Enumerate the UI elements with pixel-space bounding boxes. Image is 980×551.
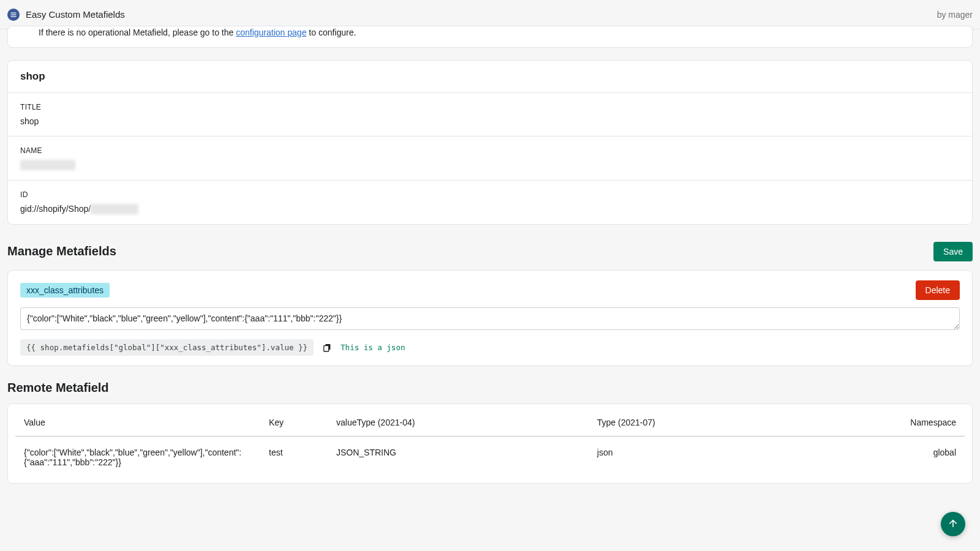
shop-card-heading: shop xyxy=(8,61,972,93)
metafield-card-bottom: {{ shop.metafields["global"]["xxx_class_… xyxy=(20,339,960,356)
configuration-link[interactable]: configuration page xyxy=(236,28,306,37)
shop-card: shop TITLE shop NAME redacted-shop ID gi… xyxy=(7,60,973,225)
config-notice: If there is no operational Metafield, pl… xyxy=(7,26,973,48)
redacted-id: 0000000000 xyxy=(91,204,138,214)
manage-section-header: Manage Metafields Save xyxy=(7,242,973,261)
delete-button[interactable]: Delete xyxy=(916,280,960,300)
manage-title: Manage Metafields xyxy=(7,244,116,258)
metafield-key-chip[interactable]: xxx_class_attributes xyxy=(20,283,110,298)
cell-valuetype: JSON_STRING xyxy=(328,437,589,479)
table-row: {"color":["White","black","blue","green"… xyxy=(15,437,965,479)
arrow-up-icon xyxy=(948,518,959,531)
cell-namespace: global xyxy=(793,437,965,479)
json-type-hint: This is a json xyxy=(341,343,405,352)
remote-table: Value Key valueType (2021-04) Type (2021… xyxy=(15,408,965,478)
save-button[interactable]: Save xyxy=(933,242,973,261)
top-bar: Easy Custom Metafields by mager xyxy=(0,0,980,29)
scroll-top-button[interactable] xyxy=(941,512,965,536)
cell-key: test xyxy=(260,437,328,479)
shop-id-block: ID gid://shopify/Shop/0000000000 xyxy=(8,181,972,224)
col-key: Key xyxy=(260,408,328,437)
shop-title-label: TITLE xyxy=(20,103,960,111)
metafield-value-input[interactable] xyxy=(20,307,960,331)
remote-section-header: Remote Metafield xyxy=(7,381,973,395)
cell-value: {"color":["White","black","blue","green"… xyxy=(15,437,260,479)
metafield-card: xxx_class_attributes Delete {{ shop.meta… xyxy=(7,270,973,367)
remote-table-card: Value Key valueType (2021-04) Type (2021… xyxy=(7,403,973,484)
col-namespace: Namespace xyxy=(793,408,965,437)
metafield-card-top: xxx_class_attributes Delete xyxy=(20,280,960,300)
remote-title: Remote Metafield xyxy=(7,381,109,395)
col-valuetype: valueType (2021-04) xyxy=(328,408,589,437)
svg-rect-1 xyxy=(324,345,329,351)
copy-icon[interactable] xyxy=(322,343,332,353)
config-notice-text: If there is no operational Metafield, pl… xyxy=(39,28,941,37)
top-bar-left: Easy Custom Metafields xyxy=(7,9,125,21)
col-value: Value xyxy=(15,408,260,437)
app-byline: by mager xyxy=(937,10,973,20)
redacted-name: redacted-shop xyxy=(20,160,75,170)
shop-id-value: gid://shopify/Shop/0000000000 xyxy=(20,204,960,214)
shop-name-block: NAME redacted-shop xyxy=(8,137,972,181)
shop-id-prefix: gid://shopify/Shop/ xyxy=(20,204,91,214)
shop-id-label: ID xyxy=(20,190,960,199)
notice-text-post: to configure. xyxy=(306,28,356,37)
notice-text-pre: If there is no operational Metafield, pl… xyxy=(39,28,236,37)
shop-name-value: redacted-shop xyxy=(20,160,960,170)
liquid-snippet: {{ shop.metafields["global"]["xxx_class_… xyxy=(20,339,314,356)
app-logo-icon xyxy=(7,9,20,21)
col-type: Type (2021-07) xyxy=(589,408,794,437)
shop-title-block: TITLE shop xyxy=(8,93,972,137)
app-title: Easy Custom Metafields xyxy=(26,9,125,20)
shop-title-value: shop xyxy=(20,116,960,126)
shop-name-label: NAME xyxy=(20,146,960,155)
cell-type: json xyxy=(589,437,794,479)
